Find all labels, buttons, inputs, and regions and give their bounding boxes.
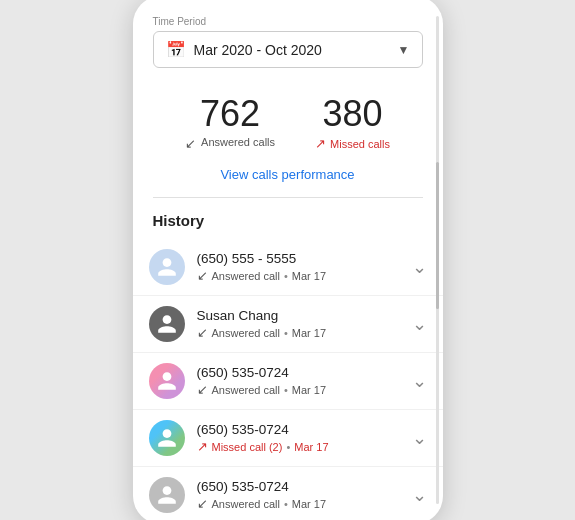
call-name: (650) 535-0724 <box>197 422 406 437</box>
call-name: Susan Chang <box>197 308 406 323</box>
call-meta: ↙ Answered call • Mar 17 <box>197 268 406 283</box>
answered-calls-stat: 762 Answered calls <box>185 96 275 151</box>
missed-calls-stat: 380 Missed calls <box>315 96 390 151</box>
call-info: (650) 535-0724 ↙ Answered call • Mar 17 <box>197 365 406 397</box>
chevron-down-icon[interactable]: ⌄ <box>412 427 427 449</box>
call-list-item[interactable]: (650) 535-0724 ↙ Answered call • Mar 17 … <box>133 353 443 410</box>
separator-dot: • <box>284 498 288 510</box>
avatar <box>149 363 185 399</box>
time-period-value: Mar 2020 - Oct 2020 <box>194 42 390 58</box>
call-info: Susan Chang ↙ Answered call • Mar 17 <box>197 308 406 340</box>
call-type-label: Answered call <box>212 270 280 282</box>
answered-icon <box>185 136 197 148</box>
call-info: (650) 535-0724 ↙ Answered call • Mar 17 <box>197 479 406 511</box>
call-type-icon: ↙ <box>197 382 208 397</box>
chevron-down-icon[interactable]: ⌄ <box>412 256 427 278</box>
chevron-down-icon[interactable]: ⌄ <box>412 370 427 392</box>
avatar <box>149 306 185 342</box>
call-type-label: Answered call <box>212 384 280 396</box>
call-list: (650) 555 - 5555 ↙ Answered call • Mar 1… <box>133 239 443 520</box>
call-date: Mar 17 <box>292 498 326 510</box>
answered-calls-count: 762 <box>200 96 260 132</box>
chevron-down-icon[interactable]: ⌄ <box>412 313 427 335</box>
call-list-item[interactable]: (650) 555 - 5555 ↙ Answered call • Mar 1… <box>133 239 443 296</box>
separator-dot: • <box>284 270 288 282</box>
call-list-item[interactable]: (650) 535-0724 ↙ Answered call • Mar 17 … <box>133 467 443 520</box>
scrollbar-thumb <box>436 162 439 308</box>
call-name: (650) 535-0724 <box>197 365 406 380</box>
call-info: (650) 555 - 5555 ↙ Answered call • Mar 1… <box>197 251 406 283</box>
separator-dot: • <box>284 384 288 396</box>
call-type-icon: ↙ <box>197 325 208 340</box>
chevron-down-icon[interactable]: ⌄ <box>412 484 427 506</box>
call-meta: ↙ Answered call • Mar 17 <box>197 496 406 511</box>
time-period-selector[interactable]: 📅 Mar 2020 - Oct 2020 ▼ <box>153 31 423 68</box>
phone-card: Time Period 📅 Mar 2020 - Oct 2020 ▼ 762 … <box>133 0 443 520</box>
avatar <box>149 249 185 285</box>
call-meta: ↗ Missed call (2) • Mar 17 <box>197 439 406 454</box>
time-period-section: Time Period 📅 Mar 2020 - Oct 2020 ▼ <box>133 16 443 80</box>
avatar <box>149 477 185 513</box>
scrollbar-track[interactable] <box>436 16 439 504</box>
separator-dot: • <box>284 327 288 339</box>
calendar-icon: 📅 <box>166 40 186 59</box>
call-date: Mar 17 <box>294 441 328 453</box>
answered-calls-label: Answered calls <box>185 136 275 148</box>
avatar <box>149 420 185 456</box>
call-type-icon: ↗ <box>197 439 208 454</box>
call-type-icon: ↙ <box>197 268 208 283</box>
call-date: Mar 17 <box>292 327 326 339</box>
call-type-label: Missed call (2) <box>212 441 283 453</box>
call-meta: ↙ Answered call • Mar 17 <box>197 382 406 397</box>
history-title: History <box>133 212 443 239</box>
separator-dot: • <box>286 441 290 453</box>
time-period-label: Time Period <box>153 16 423 27</box>
view-performance-link[interactable]: View calls performance <box>220 167 354 182</box>
call-info: (650) 535-0724 ↗ Missed call (2) • Mar 1… <box>197 422 406 454</box>
call-name: (650) 555 - 5555 <box>197 251 406 266</box>
call-type-label: Answered call <box>212 327 280 339</box>
call-type-icon: ↙ <box>197 496 208 511</box>
call-date: Mar 17 <box>292 270 326 282</box>
view-performance-section: View calls performance <box>133 155 443 197</box>
call-meta: ↙ Answered call • Mar 17 <box>197 325 406 340</box>
call-date: Mar 17 <box>292 384 326 396</box>
call-list-item[interactable]: Susan Chang ↙ Answered call • Mar 17 ⌄ <box>133 296 443 353</box>
missed-calls-count: 380 <box>322 96 382 132</box>
call-list-item[interactable]: (650) 535-0724 ↗ Missed call (2) • Mar 1… <box>133 410 443 467</box>
stats-section: 762 Answered calls 380 Missed calls <box>133 80 443 155</box>
history-section: History (650) 555 - 5555 ↙ Answered call… <box>133 198 443 520</box>
missed-calls-label: Missed calls <box>315 136 390 151</box>
missed-icon <box>315 136 326 151</box>
call-name: (650) 535-0724 <box>197 479 406 494</box>
dropdown-arrow-icon: ▼ <box>398 43 410 57</box>
call-type-label: Answered call <box>212 498 280 510</box>
